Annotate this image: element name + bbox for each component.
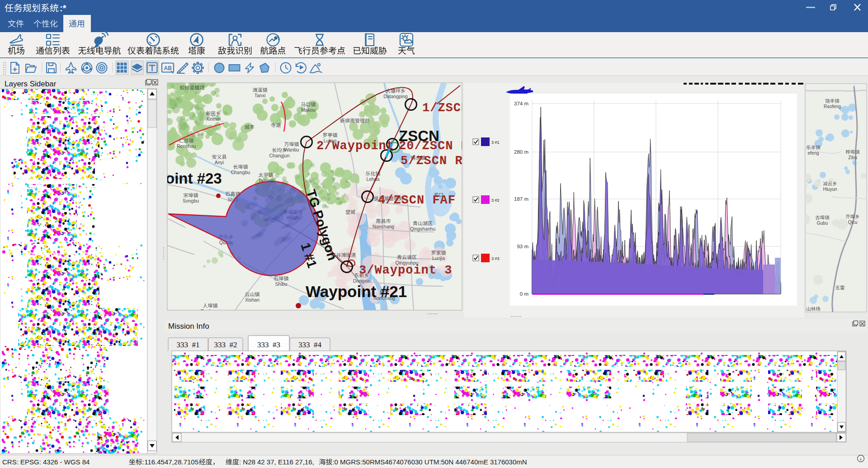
svg-text:0 m: 0 m	[520, 291, 528, 297]
svg-text:Datangping: Datangping	[383, 94, 408, 99]
svg-text:oint #23: oint #23	[165, 170, 222, 187]
svg-text:4/ZSCN FAF (: 4/ZSCN FAF (	[378, 194, 471, 207]
svg-text:ZSCN: ZSCN	[399, 128, 439, 144]
svg-text:Shibu: Shibu	[275, 281, 288, 287]
svg-text:374 m: 374 m	[514, 101, 528, 106]
svg-text:Zibu: Zibu	[848, 155, 857, 160]
svg-text:Hiuyun: Hiuyun	[823, 187, 837, 192]
svg-text:Waypoint #21: Waypoint #21	[306, 283, 407, 300]
svg-text:Anyi: Anyi	[215, 160, 224, 165]
svg-text:Songbu: Songbu	[183, 198, 199, 203]
svg-text:93 m: 93 m	[517, 244, 528, 249]
svg-text:Qicu: Qicu	[848, 220, 858, 225]
svg-text:Gubu: Gubu	[817, 221, 828, 226]
svg-text:Layers Sidebar: Layers Sidebar	[5, 80, 57, 88]
svg-text:333 #3: 333 #3	[257, 340, 280, 349]
svg-text:Changbu: Changbu	[231, 170, 250, 175]
svg-text:: N28 42 37, E116 27,16,: : N28 42 37, E116 27,16,	[239, 458, 314, 466]
svg-text:Xinmin: Xinmin	[206, 116, 221, 122]
svg-text:333 #2: 333 #2	[214, 340, 237, 349]
svg-text:2/Waypoint: 2/Waypoint	[316, 139, 394, 153]
svg-text:efeng: efeng	[807, 151, 819, 156]
svg-text:Makou: Makou	[301, 107, 316, 113]
svg-text:Xishan: Xishan	[245, 297, 259, 303]
svg-text::116.4547,28.7105: :116.4547,28.7105	[142, 458, 198, 466]
svg-text:Lehua: Lehua	[366, 176, 379, 182]
svg-text:Wanbu: Wanbu	[284, 147, 299, 152]
svg-text:Qingshanhu: Qingshanhu	[410, 226, 436, 232]
svg-text:Luojia: Luojia	[432, 255, 445, 261]
svg-text:3 #1: 3 #1	[491, 140, 500, 145]
svg-text:Nanchang: Nanchang	[373, 224, 394, 229]
svg-text:280 m: 280 m	[514, 149, 528, 155]
svg-text:CRS: EPSG: 4326 - WGS 84: CRS: EPSG: 4326 - WGS 84	[2, 458, 90, 466]
svg-text:187 m: 187 m	[514, 196, 528, 202]
svg-text:Raofeng: Raofeng	[824, 104, 841, 109]
svg-text:3 #2: 3 #2	[491, 198, 500, 203]
svg-text:3/Waypoint 3: 3/Waypoint 3	[359, 264, 452, 277]
svg-text::*: :*	[60, 3, 66, 13]
svg-text:Tanxi: Tanxi	[255, 93, 266, 98]
svg-text:3 #3: 3 #3	[491, 256, 500, 261]
svg-text:Changjun: Changjun	[269, 153, 290, 158]
svg-text:333 #1: 333 #1	[177, 340, 200, 349]
svg-text:5/ZSCN Ru: 5/ZSCN Ru	[401, 154, 471, 168]
svg-text:AB: AB	[164, 65, 172, 71]
svg-text::0 MGRS:50RMS4674076030 UTM:5: :0 MGRS:50RMS4674076030 UTM:50N 446740mE…	[332, 458, 527, 466]
svg-text:Renshou: Renshou	[177, 143, 196, 149]
svg-text:Mission Info: Mission Info	[168, 322, 209, 331]
svg-text:333 #4: 333 #4	[298, 340, 322, 349]
